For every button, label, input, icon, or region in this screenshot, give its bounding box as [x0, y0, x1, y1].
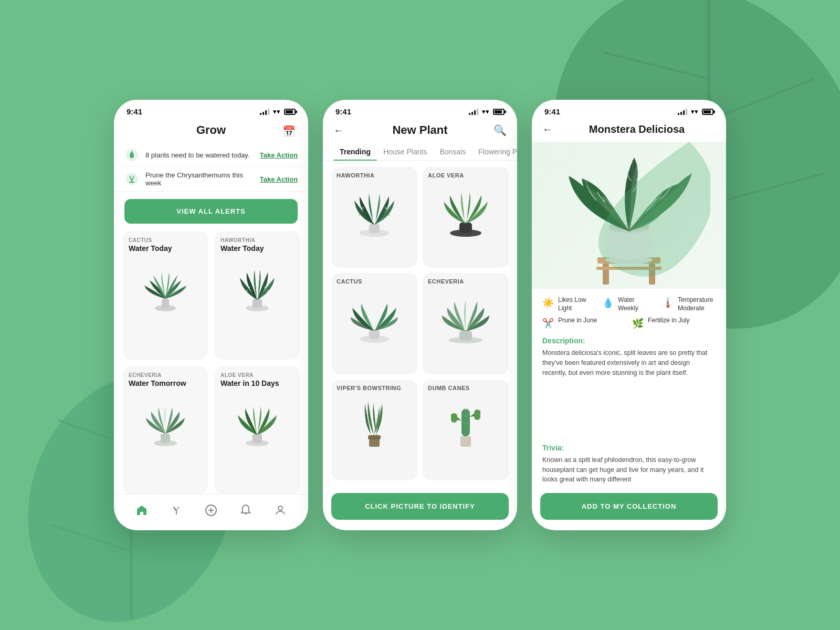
svg-rect-36: [369, 224, 380, 233]
temp-icon: 🌡️: [662, 297, 674, 309]
plant-card2-dumbcanes[interactable]: DUMB CANES: [423, 380, 509, 480]
water-icon: 💧: [602, 297, 614, 309]
calendar-icon[interactable]: 📅: [282, 125, 296, 138]
svg-rect-24: [161, 434, 170, 443]
plant-card2-aloe[interactable]: ALOE VERA: [423, 167, 509, 268]
svg-point-22: [264, 287, 266, 288]
plant-title-echeveria: Water Tomorrow: [129, 379, 202, 387]
care-prune-label: Prune in June: [558, 317, 597, 325]
care-fertilize: 🌿 Fertilize in July: [632, 317, 716, 329]
care-temp-label: Temperature Moderate: [678, 296, 716, 312]
trivia-section: Trivia: Known as a split leaf philodendr…: [532, 442, 726, 489]
label-cactus2: CACTUS: [331, 273, 417, 287]
svg-point-40: [385, 207, 387, 209]
take-action-1[interactable]: Take Action: [260, 151, 298, 159]
nav-add[interactable]: [202, 501, 220, 520]
signal-icon-3: [678, 109, 687, 115]
tabs-bar: Trending House Plants Bonsais Flowering …: [323, 143, 517, 161]
svg-point-19: [246, 290, 247, 292]
svg-point-13: [125, 173, 138, 185]
tab-bonsais[interactable]: Bonsais: [433, 143, 472, 160]
nav-home[interactable]: [132, 501, 151, 520]
signal-icon-1: [260, 109, 269, 115]
time-3: 9:41: [544, 107, 560, 116]
care-water: 💧 Water Weekly: [602, 296, 656, 312]
plant-grid-1: CACTUS Water Today: [114, 231, 308, 494]
care-light: ☀️ Likes Low Light: [542, 296, 596, 312]
phones-container: 9:41 ▾▾ Grow 📅 8 plants need to be wa: [114, 100, 726, 530]
monstera-title: Monstera Deliciosa: [558, 123, 716, 135]
battery-icon-2: [493, 109, 505, 115]
svg-rect-54: [451, 413, 457, 423]
nav-profile[interactable]: [271, 501, 290, 520]
grow-header: Grow 📅: [114, 119, 308, 143]
alert-row-2: Prune the Chrysanthemums this week Take …: [114, 167, 308, 192]
phone-new-plant: 9:41 ▾▾ ← New Plant 🔍 Trending H: [323, 100, 517, 530]
svg-rect-52: [460, 436, 471, 447]
tab-trending[interactable]: Trending: [333, 143, 377, 160]
fertilize-icon: 🌿: [632, 318, 644, 329]
svg-rect-48: [368, 435, 381, 439]
care-temp: 🌡️ Temperature Moderate: [662, 296, 716, 312]
description-section: Description: Monstera deliciosa's iconic…: [532, 334, 726, 442]
alert-text-2: Prune the Chrysanthemums this week: [145, 171, 254, 187]
plant-card-echeveria[interactable]: ECHEVERIA Water Tomorrow: [122, 366, 208, 495]
add-to-collection-button[interactable]: ADD TO MY COLLECTION: [540, 493, 718, 520]
tab-house-plants[interactable]: House Plants: [377, 143, 433, 160]
plant-label-haworthia: HAWORTHIA: [220, 237, 293, 243]
plant-card2-vipers[interactable]: VIPER'S BOWSTRING: [331, 380, 417, 480]
care-icons: ☀️ Likes Low Light 💧 Water Weekly 🌡️ Tem…: [532, 289, 726, 317]
svg-point-29: [273, 423, 274, 424]
svg-point-30: [270, 418, 271, 419]
plant-card-haworthia[interactable]: HAWORTHIA Water Today: [214, 231, 300, 360]
svg-point-28: [244, 418, 245, 419]
svg-rect-26: [253, 434, 262, 443]
plant-card-cactus[interactable]: CACTUS Water Today: [122, 231, 208, 360]
monstera-hero-image: [532, 142, 726, 289]
nav-plants[interactable]: [167, 501, 186, 520]
prune-icon: ✂️: [542, 318, 554, 329]
back-button-3[interactable]: ←: [542, 123, 558, 135]
svg-point-37: [359, 214, 361, 216]
plant-title-cactus: Water Today: [129, 244, 202, 253]
plant-card2-haworthia[interactable]: HAWORTHIA: [331, 167, 417, 268]
label-vipers: VIPER'S BOWSTRING: [331, 380, 417, 393]
trivia-text: Known as a split leaf philodendron, this…: [542, 455, 716, 485]
vipers-image: [331, 393, 417, 451]
time-2: 9:41: [335, 107, 351, 116]
care-row2: ✂️ Prune in June 🌿 Fertilize in July: [532, 317, 726, 334]
plant-label-cactus: CACTUS: [129, 237, 202, 243]
time-1: 9:41: [127, 107, 142, 116]
dumbcanes-image: [423, 393, 509, 451]
svg-rect-62: [461, 409, 470, 436]
view-all-alerts-button[interactable]: VIEW ALL ALERTS: [124, 199, 298, 224]
identify-button[interactable]: CLICK PICTURE TO IDENTIFY: [331, 493, 509, 520]
plant-card2-cactus[interactable]: CACTUS: [331, 273, 417, 374]
water-alert-icon: [124, 148, 139, 162]
trivia-title: Trivia:: [542, 444, 716, 452]
svg-point-34: [278, 506, 282, 510]
svg-rect-16: [162, 299, 169, 308]
grow-title: Grow: [127, 123, 296, 137]
new-plant-title: New Plant: [349, 123, 491, 137]
label-haworthia2: HAWORTHIA: [331, 167, 417, 181]
cactus2-image: [331, 287, 417, 344]
svg-rect-42: [459, 223, 472, 233]
monstera-header: ← Monstera Deliciosa: [532, 119, 726, 142]
svg-rect-18: [253, 299, 262, 308]
prune-alert-icon: [124, 172, 139, 186]
description-title: Description:: [542, 337, 716, 345]
back-button-2[interactable]: ←: [333, 124, 349, 136]
echeveria-image: [129, 392, 202, 449]
status-icons-1: ▾▾: [260, 108, 296, 116]
nav-bell[interactable]: [236, 501, 255, 520]
care-prune: ✂️ Prune in June: [542, 317, 626, 329]
search-button[interactable]: 🔍: [491, 124, 507, 136]
plant-card2-echeveria[interactable]: ECHEVERIA: [423, 273, 509, 374]
plant-card-aloe[interactable]: ALOE VERA Water in 10 Days: [214, 366, 300, 495]
status-bar-1: 9:41 ▾▾: [114, 100, 308, 119]
take-action-2[interactable]: Take Action: [260, 175, 298, 183]
aloe-image: [220, 392, 293, 449]
label-dumbcanes: DUMB CANES: [423, 380, 509, 393]
tab-flowering[interactable]: Flowering Pla…: [472, 143, 517, 160]
